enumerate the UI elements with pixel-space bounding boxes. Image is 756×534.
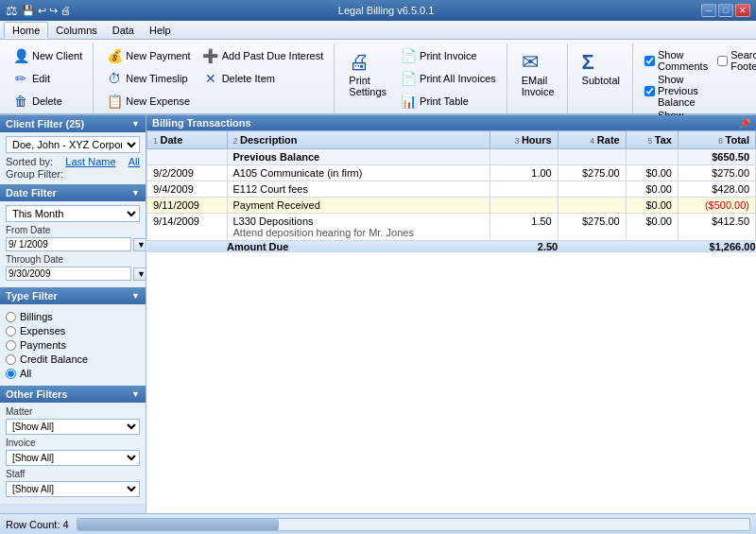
new-payment-button[interactable]: 💰 New Payment xyxy=(101,45,195,66)
print-all-icon: 📄 xyxy=(400,71,417,86)
col-rate[interactable]: 4 Rate xyxy=(558,131,626,149)
new-client-button[interactable]: 👤 New Client xyxy=(8,45,87,66)
payments-radio-label[interactable]: Payments xyxy=(6,339,140,351)
table-container[interactable]: 1 Date 2 Description 3 Hours 4 xyxy=(146,130,756,513)
col-hours[interactable]: 3 Hours xyxy=(490,131,558,149)
all-radio-label[interactable]: All xyxy=(6,368,140,379)
prev-balance-desc: Previous Balance xyxy=(227,149,490,165)
client-select[interactable]: Doe, John - XYZ Corporation xyxy=(6,136,140,153)
date-filter-arrow: ▼ xyxy=(131,188,140,198)
footer-tax xyxy=(626,241,678,253)
edit-button[interactable]: ✏ Edit xyxy=(8,68,87,89)
ribbon-group-billing: 💰 New Payment ⏱ New Timeslip 📋 New Expen… xyxy=(95,43,335,113)
prev-balance-date xyxy=(147,149,228,165)
billing-table: 1 Date 2 Description 3 Hours 4 xyxy=(146,130,756,252)
right-panel: Billing Transactions 📌 1 Date 2 Descript… xyxy=(146,115,756,513)
email-invoice-button[interactable]: ✉ EMail Invoice xyxy=(515,45,561,100)
show-prev-balance-label[interactable]: Show Previous Balance xyxy=(644,74,708,108)
main-area: Client Filter (25) ▼ Doe, John - XYZ Cor… xyxy=(0,115,756,513)
new-expense-button[interactable]: 📋 New Expense xyxy=(101,91,195,112)
prev-balance-tax xyxy=(626,149,678,165)
billing-transactions-bar: Billing Transactions 📌 xyxy=(146,115,756,130)
col-description[interactable]: 2 Description xyxy=(227,131,490,149)
other-filters-header[interactable]: Other Filters ▼ xyxy=(0,386,146,403)
table-row[interactable]: 9/4/2009 E112 Court fees $0.00 $428.00 xyxy=(147,181,756,198)
expenses-radio[interactable] xyxy=(6,326,16,336)
close-button[interactable]: ✕ xyxy=(735,4,750,17)
row4-date: 9/14/2009 xyxy=(147,214,228,241)
print-invoice-icon: 📄 xyxy=(400,48,417,63)
print-all-button[interactable]: 📄 Print All Invoices xyxy=(395,68,501,89)
footer-empty xyxy=(147,241,228,253)
search-footer-label[interactable]: Search Footer xyxy=(717,49,756,72)
other-filters-content: Matter [Show All] Invoice [Show All] Sta… xyxy=(0,403,146,504)
delete-item-button[interactable]: ✕ Delete Item xyxy=(198,68,329,89)
menu-columns[interactable]: Columns xyxy=(48,23,104,38)
row4-desc: L330 Depositions Attend deposition heari… xyxy=(227,214,490,241)
search-footer-checkbox[interactable] xyxy=(717,56,728,66)
scrollbar[interactable] xyxy=(77,518,750,531)
col-tax[interactable]: 5 Tax xyxy=(626,131,678,149)
matter-select[interactable]: [Show All] xyxy=(6,419,140,435)
billings-radio[interactable] xyxy=(6,312,16,322)
print-table-button[interactable]: 📊 Print Table xyxy=(395,91,501,112)
invoice-select[interactable]: [Show All] xyxy=(6,450,140,466)
menu-data[interactable]: Data xyxy=(105,23,142,38)
row2-date: 9/4/2009 xyxy=(147,181,228,198)
from-date-input[interactable] xyxy=(6,237,131,251)
all-radio[interactable] xyxy=(6,369,16,379)
table-header-row: 1 Date 2 Description 3 Hours 4 xyxy=(147,131,756,149)
delete-button[interactable]: 🗑 Delete xyxy=(8,91,87,112)
print-settings-button[interactable]: 🖨 Print Settings xyxy=(342,45,393,100)
date-filter-content: This Month From Date ▼ Through Date ▼ Go xyxy=(0,201,146,287)
menu-help[interactable]: Help xyxy=(142,23,179,38)
show-comments-label[interactable]: Show Comments xyxy=(644,49,708,72)
show-prev-balance-checkbox[interactable] xyxy=(644,86,655,96)
ribbon: 👤 New Client ✏ Edit 🗑 Delete Clients 📌 xyxy=(0,40,756,115)
subtotal-icon: Σ xyxy=(582,50,594,74)
table-row[interactable]: Previous Balance $650.50 xyxy=(147,149,756,165)
ribbon-group-email: ✉ EMail Invoice xyxy=(509,43,568,113)
footer-total: $1,266.00 xyxy=(678,241,755,253)
through-date-calendar-button[interactable]: ▼ xyxy=(133,267,146,281)
sort-all-link[interactable]: All xyxy=(129,156,140,167)
staff-select[interactable]: [Show All] xyxy=(6,481,140,497)
table-row[interactable]: 9/11/2009 Payment Received $0.00 ($500.0… xyxy=(147,198,756,214)
subtotal-button[interactable]: Σ Subtotal xyxy=(576,45,627,100)
add-past-due-button[interactable]: ➕ Add Past Due Interest xyxy=(198,45,329,66)
show-comments-checkbox[interactable] xyxy=(644,56,655,66)
footer-hours: 2.50 xyxy=(490,241,558,253)
date-filter-header[interactable]: Date Filter ▼ xyxy=(0,184,146,201)
billing-transactions-pin[interactable]: 📌 xyxy=(739,118,750,129)
maximize-button[interactable]: □ xyxy=(718,4,733,17)
row1-desc: A105 Communicate (in firm) xyxy=(227,165,490,181)
through-date-label: Through Date xyxy=(6,254,140,265)
table-row[interactable]: 9/2/2009 A105 Communicate (in firm) 1.00… xyxy=(147,165,756,181)
print-invoice-button[interactable]: 📄 Print Invoice xyxy=(395,45,501,66)
expenses-radio-label[interactable]: Expenses xyxy=(6,325,140,336)
new-client-icon: 👤 xyxy=(12,48,29,63)
new-timeslip-button[interactable]: ⏱ New Timeslip xyxy=(101,68,195,89)
ribbon-clients-col: 👤 New Client ✏ Edit 🗑 Delete xyxy=(8,45,87,112)
billings-radio-label[interactable]: Billings xyxy=(6,311,140,322)
through-date-input[interactable] xyxy=(6,267,131,281)
payments-radio[interactable] xyxy=(6,340,16,351)
date-preset-select[interactable]: This Month xyxy=(6,205,140,222)
from-date-calendar-button[interactable]: ▼ xyxy=(133,238,146,251)
titlebar: ⚖ 💾 ↩ ↪ 🖨 Legal Billing v6.5.0.1 ─ □ ✕ xyxy=(0,0,756,21)
type-filter-header[interactable]: Type Filter ▼ xyxy=(0,287,146,304)
client-filter-header[interactable]: Client Filter (25) ▼ xyxy=(0,115,146,132)
minimize-button[interactable]: ─ xyxy=(701,4,716,17)
table-row[interactable]: 9/14/2009 L330 Depositions Attend deposi… xyxy=(147,214,756,241)
credit-balance-radio[interactable] xyxy=(6,354,16,365)
ribbon-print-buttons: 🖨 Print Settings 📄 Print Invoice 📄 Print… xyxy=(342,43,500,112)
payment-hours xyxy=(490,198,558,214)
credit-balance-radio-label[interactable]: Credit Balance xyxy=(6,353,140,365)
payment-date: 9/11/2009 xyxy=(147,198,228,214)
col-total[interactable]: 6 Total xyxy=(678,131,755,149)
row1-tax: $0.00 xyxy=(626,165,678,181)
sort-last-name-link[interactable]: Last Name xyxy=(65,156,115,167)
menu-home[interactable]: Home xyxy=(4,22,48,39)
menubar: Home Columns Data Help xyxy=(0,21,756,40)
col-date[interactable]: 1 Date xyxy=(147,131,228,149)
